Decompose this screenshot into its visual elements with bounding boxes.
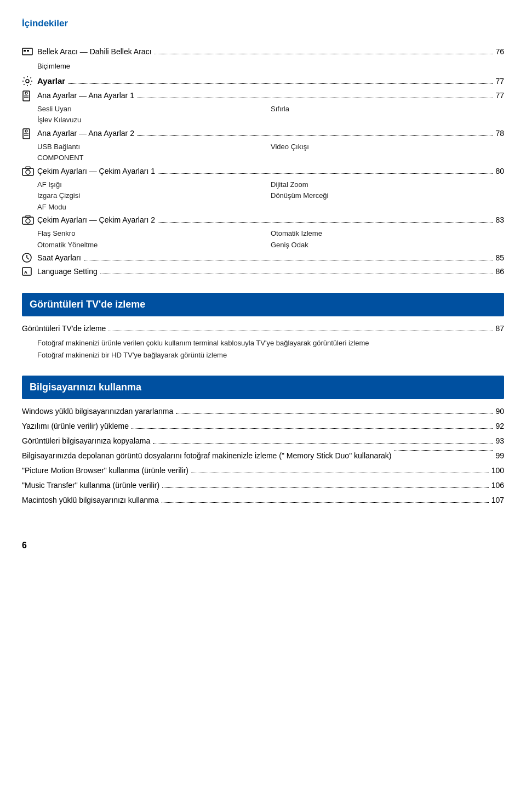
toc-sub-cekim1: AF Işığı Dijital Zoom Izgara Çizgisi Dön… [37, 179, 504, 213]
toc-sub-cekim2: Flaş Senkro Otomatik Izleme Otomatik Yön… [37, 228, 504, 250]
toc-item-yazilim: Yazılımı (ürünle verilir) yükleme 92 [22, 421, 504, 432]
svg-text:A: A [24, 270, 27, 275]
toc-item-goruntuleri-kopyala: Görüntüleri bilgisayarınıza kopyalama 93 [22, 435, 504, 447]
svg-line-20 [27, 258, 29, 259]
toc-sub-col-component: COMPONENT [37, 152, 271, 163]
toc-item-lang: A Language Setting 86 [22, 266, 504, 277]
toc-dots [176, 413, 493, 414]
toc-sub-col-right: Sıfırla [271, 104, 504, 115]
svg-point-5 [25, 92, 27, 94]
toc-label: Görüntüleri TV'de izleme [22, 323, 106, 334]
toc-item-saat: Saat Ayarları 85 [22, 252, 504, 264]
section-header-tv: Görüntüleri TV'de izleme [22, 293, 504, 316]
toc-sub-col-right: Geniş Odak [271, 240, 504, 251]
toc-sub-col-right: Dönüşüm Merceği [271, 190, 504, 201]
toc-item-windows: Windows yüklü bilgisayarınızdan yararlan… [22, 406, 504, 417]
clock-icon [22, 253, 37, 263]
svg-point-3 [26, 80, 29, 83]
toc-dots [108, 331, 493, 331]
toc-label: "Picture Motion Browser" kullanma (ürünl… [22, 465, 188, 476]
toc-dots [158, 173, 493, 174]
toc-dots [162, 502, 489, 503]
toc-page: 80 [495, 166, 504, 177]
toc-dots [68, 83, 493, 84]
toc-sub-col-left: Sesli Uyarı [37, 104, 271, 115]
settings-icon [22, 76, 37, 87]
toc-dots [158, 222, 493, 223]
toc-label: Bilgisayarınızda depolanan görüntü dosya… [22, 450, 392, 462]
toc-sub-col-left: İşlev Kılavuzu [37, 115, 271, 126]
toc-dots [84, 260, 493, 260]
toc-dots [191, 473, 489, 473]
toc-page: 92 [495, 421, 504, 432]
toc-dots [132, 428, 493, 429]
toc-sub-col-right: Otomatik Izleme [271, 228, 504, 239]
ana-icon-2 [22, 128, 37, 139]
page-title: İçindekiler [22, 16, 504, 31]
toc-sub-col-left: Izgara Çizgisi [37, 190, 271, 201]
toc-page: 83 [495, 214, 504, 226]
toc-label: Bellek Aracı — Dahili Bellek Aracı [37, 46, 152, 58]
svg-point-16 [26, 219, 30, 223]
toc-label: Çekim Ayarları — Çekim Ayarları 2 [37, 214, 155, 226]
toc-label: Saat Ayarları [37, 252, 81, 264]
svg-rect-1 [24, 50, 26, 52]
toc-page: 78 [495, 128, 504, 139]
toc-dots [137, 98, 493, 98]
toc-sub-ana1: Sesli Uyarı Sıfırla İşlev Kılavuzu [37, 104, 504, 126]
toc-page: 90 [495, 406, 504, 417]
toc-dots [395, 450, 493, 451]
toc-label: Görüntüleri bilgisayarınıza kopyalama [22, 435, 150, 447]
toc-item-bellek: Bellek Aracı — Dahili Bellek Aracı 76 [22, 46, 504, 58]
toc-item-cekim2: Çekim Ayarları — Çekim Ayarları 2 83 [22, 214, 504, 226]
svg-point-13 [26, 170, 30, 174]
toc-sub-col-right: Video Çıkışı [271, 141, 504, 152]
section-header-pc: Bilgisayarınızı kullanma [22, 376, 504, 399]
memory-icon [22, 47, 37, 56]
toc-item-pmb: "Picture Motion Browser" kullanma (ürünl… [22, 465, 504, 476]
toc-dots [137, 135, 493, 136]
toc-sub-col-left: AF Modu [37, 202, 271, 213]
toc-sub-col-right: Dijital Zoom [271, 179, 504, 190]
toc-page: 87 [495, 323, 504, 334]
toc-page: 99 [495, 450, 504, 462]
toc-page: 77 [495, 76, 504, 87]
toc-page: 86 [495, 266, 504, 277]
toc-dots [153, 443, 493, 444]
toc-item-ana2: Ana Ayarlar — Ana Ayarlar 2 78 [22, 128, 504, 139]
toc-sub-bicim: Biçimleme [37, 60, 504, 72]
camera-icon-1 [22, 166, 37, 176]
toc-page: 85 [495, 252, 504, 264]
ana-icon-1 [22, 90, 37, 101]
svg-rect-2 [27, 50, 29, 52]
toc-label: "Music Transfer" kullanma (ürünle verili… [22, 480, 159, 491]
toc-label: Ayarlar [37, 75, 65, 88]
svg-point-9 [25, 130, 27, 132]
toc-label: Ana Ayarlar — Ana Ayarlar 2 [37, 128, 134, 139]
toc-page: 93 [495, 435, 504, 447]
toc-label: Ana Ayarlar — Ana Ayarlar 1 [37, 90, 134, 101]
toc-sub-col-left: USB Bağlantı [37, 141, 271, 152]
page-number: 6 [22, 541, 27, 550]
toc-sub-ana2: USB Bağlantı Video Çıkışı COMPONENT [37, 141, 504, 163]
toc-page: 106 [491, 480, 504, 491]
toc-label: Language Setting [37, 266, 98, 277]
toc-label: Yazılımı (ürünle verilir) yükleme [22, 421, 129, 432]
toc-label: Windows yüklü bilgisayarınızdan yararlan… [22, 406, 173, 417]
toc-sub-col-left: Flaş Senkro [37, 228, 271, 239]
toc-sub-tv: Fotoğraf makinenizi ürünle verilen çoklu… [37, 338, 504, 360]
camera-icon-2 [22, 215, 37, 225]
toc-page: 77 [495, 90, 504, 101]
toc-label: Macintosh yüklü bilgisayarınızı kullanma [22, 495, 159, 506]
toc-item-memorystick: Bilgisayarınızda depolanan görüntü dosya… [22, 450, 504, 462]
language-icon: A [22, 266, 37, 276]
toc-page: 100 [491, 465, 504, 476]
toc-item-musictransfer: "Music Transfer" kullanma (ürünle verili… [22, 480, 504, 491]
toc-item-ana1: Ana Ayarlar — Ana Ayarlar 1 77 [22, 90, 504, 101]
toc-label: Çekim Ayarları — Çekim Ayarları 1 [37, 166, 155, 177]
toc-sub-text-tv2: Fotoğraf makinenizi bir HD TV'ye bağlaya… [37, 350, 504, 361]
toc-item-ayarlar: Ayarlar 77 [22, 75, 504, 88]
toc-page: 107 [491, 495, 504, 506]
toc-page: 76 [495, 46, 504, 58]
toc-item-macintosh: Macintosh yüklü bilgisayarınızı kullanma… [22, 495, 504, 506]
